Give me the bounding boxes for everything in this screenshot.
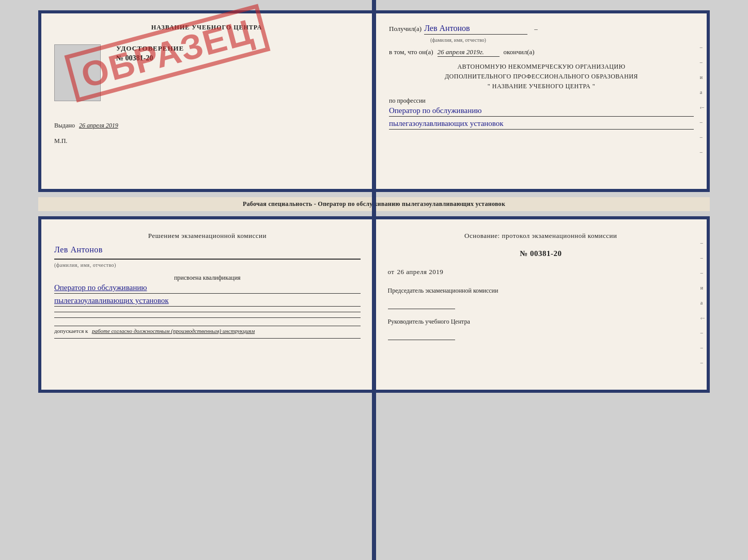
po-professii-label: по профессии (389, 97, 694, 105)
top-right-page: Получил(а) Лев Антонов – (фамилия, имя, … (373, 13, 707, 189)
bottom-name: Лев Антонов (54, 243, 361, 259)
photo-placeholder (54, 44, 101, 101)
school-title-top: НАЗВАНИЕ УЧЕБНОГО ЦЕНТРА (54, 24, 359, 31)
side-marks-top: – – и а ‹– – – – (700, 44, 704, 155)
vtom-date: 26 апреля 2019г. (438, 48, 500, 57)
side-marks-bottom: – – – и а ‹– – – – (700, 240, 705, 365)
poluchil-name: Лев Антонов (424, 24, 527, 35)
predsedatel-label: Председатель экзаменационной комиссии (388, 286, 694, 295)
rukovoditel-signature (388, 330, 455, 340)
prisvoena-label: присвоена квалификация (54, 274, 361, 282)
profession-line1: Оператор по обслуживанию (389, 106, 694, 117)
osnovanie-block: Основание: протокол экзаменационной коми… (388, 230, 694, 278)
qual-line1: Оператор по обслуживанию (54, 283, 361, 294)
cert-number: № 00381-20 (116, 54, 153, 62)
udostoverenie-title: УДОСТОВЕРЕНИЕ (116, 44, 184, 53)
qual-line2: пылегазоулавливающих установок (54, 296, 361, 307)
poluchil-line: Получил(а) Лев Антонов – (389, 24, 694, 35)
dopuskaetsya-line: допускается к работе согласно должностны… (54, 326, 361, 334)
rukovoditel-block: Руководитель учебного Центра (388, 317, 694, 340)
poluchil-label: Получил(а) (389, 25, 422, 33)
top-left-page: НАЗВАНИЕ УЧЕБНОГО ЦЕНТРА УДОСТОВЕРЕНИЕ №… (41, 13, 373, 189)
bottom-name-hint: (фамилия, имя, отчество) (54, 261, 361, 270)
dopuskaetsya-label: допускается к (54, 328, 88, 334)
osnovanie-label: Основание: протокол экзаменационной коми… (388, 230, 694, 242)
mp-line: М.П. (54, 137, 359, 145)
udostoverenie-block: УДОСТОВЕРЕНИЕ № 00381-20 (116, 44, 184, 62)
document-container: НАЗВАНИЕ УЧЕБНОГО ЦЕНТРА УДОСТОВЕРЕНИЕ №… (38, 10, 710, 393)
resheniem-block: Решением экзаменационной комиссии Лев Ан… (54, 230, 361, 270)
vydano-label: Выдано (54, 122, 75, 129)
ot-label: от (388, 266, 395, 278)
org-line2: ДОПОЛНИТЕЛЬНОГО ПРОФЕССИОНАЛЬНОГО ОБРАЗО… (389, 72, 694, 82)
vtom-label: в том, что он(а) (389, 48, 433, 56)
dopuskaetsya-text: работе согласно должностным (производств… (92, 328, 255, 334)
predsedatel-signature (388, 299, 455, 309)
org-line1: АВТОНОМНУЮ НЕКОММЕРЧЕСКУЮ ОРГАНИЗАЦИЮ (389, 62, 694, 72)
rukovoditel-label: Руководитель учебного Центра (388, 317, 694, 326)
profession-line2: пылегазоулавливающих установок (389, 119, 694, 130)
org-block: АВТОНОМНУЮ НЕКОММЕРЧЕСКУЮ ОРГАНИЗАЦИЮ ДО… (389, 62, 694, 92)
okonchil-label: окончил(а) (504, 48, 535, 56)
protocol-number: № 00381-20 (388, 247, 694, 261)
vtom-line: в том, что он(а) 26 апреля 2019г. окончи… (389, 48, 694, 57)
resheniem-label: Решением экзаменационной комиссии (54, 230, 361, 242)
bottom-left-page: Решением экзаменационной комиссии Лев Ан… (41, 219, 375, 390)
vydano-line: Выдано 26 апреля 2019 (54, 122, 359, 130)
bottom-right-page: Основание: протокол экзаменационной коми… (375, 219, 707, 390)
org-line3: " НАЗВАНИЕ УЧЕБНОГО ЦЕНТРА " (389, 82, 694, 91)
bottom-certificate-book: Решением экзаменационной комиссии Лев Ан… (38, 216, 710, 393)
vydano-date: 26 апреля 2019 (79, 122, 118, 129)
ot-line: от 26 апреля 2019 (388, 266, 694, 278)
name-hint-top: (фамилия, имя, отчество) (430, 37, 694, 43)
predsedatel-block: Председатель экзаменационной комиссии (388, 286, 694, 309)
ot-date: 26 апреля 2019 (397, 266, 444, 278)
